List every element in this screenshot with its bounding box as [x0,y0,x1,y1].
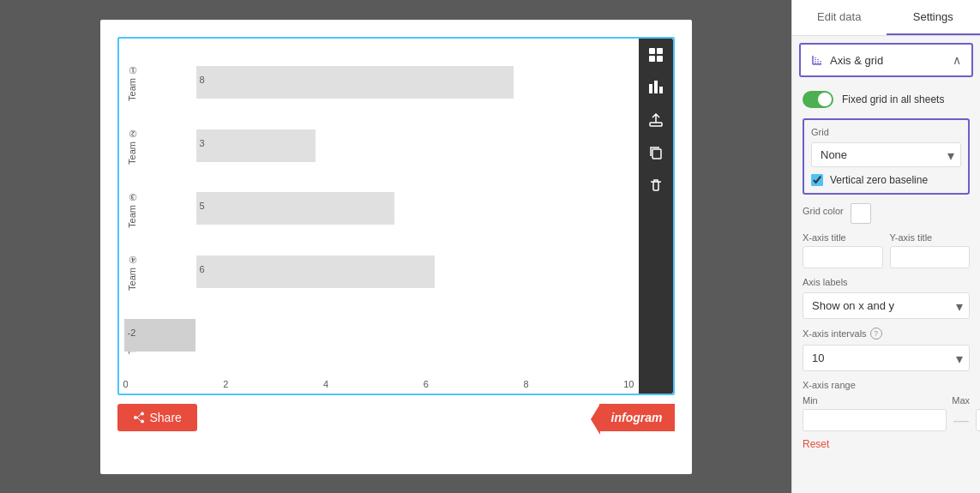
bar-value-4: 6 [200,264,205,274]
range-min-input[interactable] [803,409,947,431]
intervals-select-wrapper: 10 ▾ [803,345,970,371]
infogram-label: infogram [611,411,663,424]
bar-3 [196,192,394,225]
chart-type-button[interactable] [639,71,673,104]
range-max-label: Max [952,395,970,406]
chart-panel: Team ① 8 Team ② 3 Team ③ 5 [0,0,791,493]
x-axis-range-label: X-axis range [803,380,970,390]
chart-bottom-bar: Share infogram [117,404,675,431]
axis-grid-body: Fixed grid in all sheets Grid None ▾ Ver… [792,84,980,457]
svg-rect-5 [654,81,658,93]
x-tick-6: 6 [424,379,429,389]
grid-color-swatch[interactable] [851,203,871,224]
axis-labels-label: Axis labels [803,277,970,287]
axis-grid-title: Axis & grid [830,54,883,67]
svg-rect-4 [649,84,652,93]
svg-rect-0 [649,48,655,54]
tab-settings[interactable]: Settings [887,0,981,35]
x-tick-8: 8 [524,379,529,389]
grid-color-label: Grid color [803,206,844,216]
x-axis: 0 2 4 6 8 10 [123,379,634,389]
fixed-grid-label: Fixed grid in all sheets [842,93,944,105]
team-label-1: Team ① [126,64,137,101]
x-axis-range-section: X-axis range Min Max — Reset [803,380,970,450]
share-button[interactable]: Share [117,404,197,431]
panel-content: Axis & grid ∧ Fixed grid in all sheets G… [792,36,980,493]
copy-button[interactable] [639,136,673,169]
chart-wrapper: Team ① 8 Team ② 3 Team ③ 5 [117,37,675,395]
range-min-label: Min [803,395,818,406]
svg-rect-3 [657,56,663,62]
range-max-input[interactable] [976,409,980,431]
grid-select[interactable]: None [811,142,961,167]
axis-labels-section: Axis labels Show on x and y ▾ [803,277,970,319]
svg-rect-1 [657,48,663,54]
infogram-badge[interactable]: infogram [599,404,675,431]
bar-value-2: 3 [200,138,205,148]
range-dash: — [953,412,969,430]
grid-color-row: Grid color [803,203,970,224]
vertical-zero-baseline-label: Vertical zero baseline [830,174,928,186]
y-axis-title-input[interactable] [890,246,971,268]
svg-line-12 [137,414,141,418]
svg-line-13 [137,418,141,421]
fixed-grid-toggle[interactable] [803,91,833,108]
svg-rect-8 [652,149,661,159]
tab-edit-data[interactable]: Edit data [792,0,887,35]
intervals-help-icon[interactable]: ? [870,328,882,340]
axis-grid-section-header[interactable]: Axis & grid ∧ [799,43,973,77]
svg-rect-6 [659,87,663,93]
x-axis-title-group: X-axis title [803,232,883,268]
bar-row: Team ④ 6 [188,249,626,296]
share-label: Share [150,411,182,424]
settings-panel: Edit data Settings Axis & grid ∧ [791,0,980,493]
y-axis-title-label: Y-axis title [890,232,971,243]
x-axis-title-label: X-axis title [803,232,883,243]
vertical-zero-baseline-checkbox[interactable] [811,174,823,186]
bars-area: Team ① 8 Team ② 3 Team ③ 5 [188,51,626,368]
svg-point-11 [134,416,137,419]
x-tick-2: 2 [223,379,228,389]
svg-point-10 [141,419,144,423]
x-tick-4: 4 [323,379,328,389]
grid-section: Grid None ▾ Vertical zero baseline [803,118,970,195]
team-label-3: Team ③ [126,191,137,228]
fixed-grid-row: Fixed grid in all sheets [803,91,970,108]
team-label-4: Team ④ [126,254,137,291]
grid-view-button[interactable] [639,39,673,71]
x-tick-10: 10 [623,379,634,389]
vertical-zero-baseline-row: Vertical zero baseline [811,174,961,186]
team-label-2: Team ② [126,128,137,165]
range-header: Min Max [803,395,970,406]
bar-4 [196,256,435,288]
chart-toolbar [639,39,673,394]
x-axis-title-input[interactable] [803,246,883,268]
range-row: — [803,409,970,431]
svg-rect-2 [649,56,655,62]
axis-labels-select[interactable]: Show on x and y [803,292,970,319]
bar-1 [196,66,514,99]
panel-tabs: Edit data Settings [792,0,980,36]
x-tick-0: 0 [123,379,129,389]
axis-grid-icon [811,54,823,66]
intervals-label: X-axis intervals ? [803,328,970,340]
chart-inner: Team ① 8 Team ② 3 Team ③ 5 [119,39,639,394]
intervals-select[interactable]: 10 [803,345,970,371]
reset-link[interactable]: Reset [803,438,970,450]
bar-row: Team ② 3 [188,123,626,170]
collapse-icon: ∧ [953,53,961,67]
bar-row: Team ③ 5 [188,185,626,232]
export-button[interactable] [639,104,673,136]
bar-value-1: 8 [200,75,205,85]
bar-row: Team ① 8 [188,59,626,106]
axis-labels-select-wrapper: Show on x and y ▾ [803,292,970,319]
svg-rect-7 [650,123,662,126]
bar-value-5: -2 [128,328,136,338]
bar-2 [196,129,316,162]
axis-titles-row: X-axis title Y-axis title [803,232,970,268]
x-axis-intervals-section: X-axis intervals ? 10 ▾ [803,328,970,371]
delete-button[interactable] [639,169,673,201]
grid-select-wrapper: None ▾ [811,142,961,167]
grid-label: Grid [811,127,961,137]
bar-value-3: 5 [200,201,205,211]
